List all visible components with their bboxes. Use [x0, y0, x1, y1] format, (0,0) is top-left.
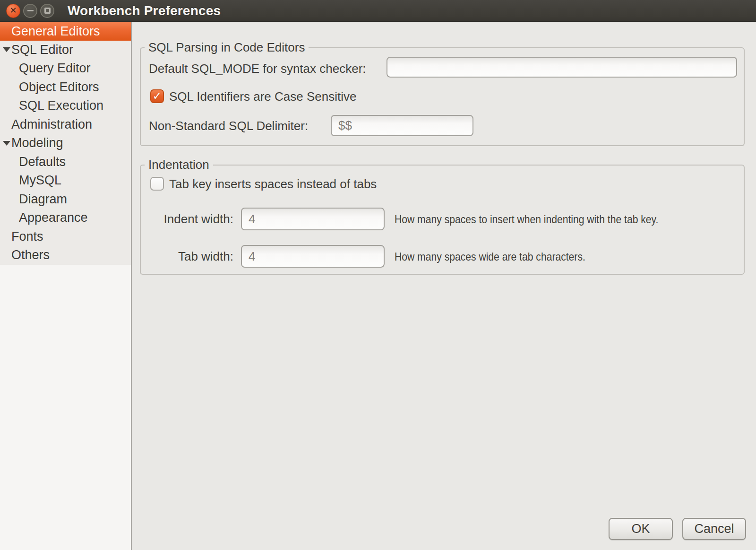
- sidebar: General Editors SQL Editor Query Editor …: [0, 22, 132, 550]
- tab-width-label: Tab width:: [149, 248, 233, 265]
- window-title: Workbench Preferences: [68, 3, 221, 18]
- close-button[interactable]: ✕: [6, 4, 20, 18]
- preferences-window: ✕ Workbench Preferences General Editors …: [0, 0, 756, 550]
- expander-icon[interactable]: [3, 141, 10, 146]
- group-indentation-title: Indentation: [145, 157, 213, 172]
- case-sensitive-checkbox[interactable]: ✓: [150, 89, 164, 103]
- sidebar-item-query-editor[interactable]: Query Editor: [0, 59, 131, 78]
- group-indentation: Indentation Tab key inserts spaces inste…: [140, 165, 745, 275]
- sidebar-item-administration[interactable]: Administration: [0, 115, 131, 134]
- sidebar-item-mysql[interactable]: MySQL: [0, 171, 131, 190]
- cancel-button[interactable]: Cancel: [682, 518, 746, 540]
- indent-width-input[interactable]: [241, 208, 385, 230]
- close-icon: ✕: [9, 6, 17, 15]
- sidebar-item-diagram[interactable]: Diagram: [0, 190, 131, 209]
- delimiter-label: Non-Standard SQL Delimiter:: [149, 117, 308, 134]
- sidebar-item-appearance[interactable]: Appearance: [0, 209, 131, 227]
- sidebar-item-defaults[interactable]: Defaults: [0, 153, 131, 172]
- sidebar-item-modeling[interactable]: Modeling: [0, 134, 131, 153]
- preferences-tree: General Editors SQL Editor Query Editor …: [0, 22, 131, 265]
- content-pane: SQL Parsing in Code Editors Default SQL_…: [132, 22, 756, 550]
- sidebar-item-others[interactable]: Others: [0, 246, 131, 265]
- indent-width-label: Indent width:: [149, 210, 233, 227]
- group-sql-parsing-title: SQL Parsing in Code Editors: [145, 40, 309, 55]
- sidebar-item-fonts[interactable]: Fonts: [0, 227, 131, 246]
- tab-spaces-checkbox[interactable]: [150, 177, 164, 191]
- expander-icon[interactable]: [3, 47, 10, 52]
- maximize-icon: [44, 8, 51, 14]
- delimiter-input[interactable]: [331, 115, 473, 136]
- sidebar-item-sql-execution[interactable]: SQL Execution: [0, 96, 131, 115]
- minimize-button[interactable]: [23, 4, 37, 18]
- tab-width-input[interactable]: [241, 245, 385, 268]
- checkmark-icon: ✓: [152, 90, 162, 102]
- sql-mode-label: Default SQL_MODE for syntax checker:: [149, 60, 366, 77]
- sidebar-item-sql-editor[interactable]: SQL Editor: [0, 41, 131, 60]
- titlebar[interactable]: ✕ Workbench Preferences: [0, 0, 756, 22]
- indent-width-hint: How many spaces to insert when indenting…: [395, 211, 658, 227]
- tab-spaces-label: Tab key inserts spaces instead of tabs: [169, 175, 377, 192]
- sidebar-item-object-editors[interactable]: Object Editors: [0, 78, 131, 97]
- minimize-icon: [27, 10, 34, 11]
- group-sql-parsing: SQL Parsing in Code Editors Default SQL_…: [140, 47, 745, 146]
- tab-width-hint: How many spaces wide are tab characters.: [395, 249, 585, 265]
- case-sensitive-label: SQL Identifiers are Case Sensitive: [169, 88, 356, 105]
- ok-button[interactable]: OK: [609, 518, 673, 540]
- maximize-button[interactable]: [40, 4, 54, 18]
- sql-mode-input[interactable]: [387, 57, 737, 78]
- sidebar-item-general-editors[interactable]: General Editors: [0, 22, 131, 41]
